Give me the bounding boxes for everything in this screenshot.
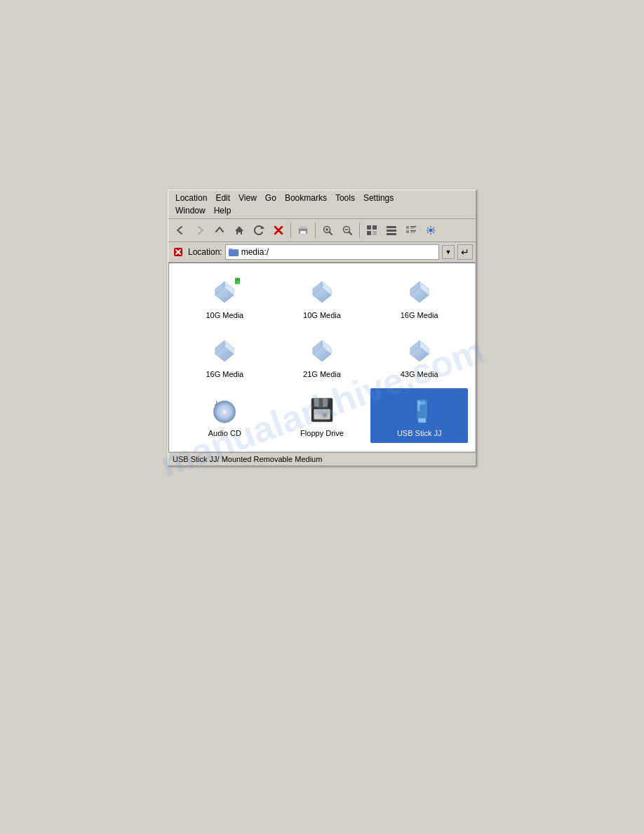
svg-line-11 [349,232,352,235]
svg-rect-69 [418,418,426,423]
file-icon-10g-media-2 [305,275,339,309]
toolbar-separator-3 [359,223,360,238]
file-icon-43g-media [403,334,436,368]
file-icon-floppy [305,393,339,427]
file-label-16g-media-2: 16G Media [203,369,246,379]
toolbar-separator-1 [290,223,291,238]
svg-rect-4 [300,226,306,229]
file-item-usb-stick[interactable]: USB Stick JJ [370,388,468,443]
svg-rect-17 [387,226,396,228]
icon-view-button[interactable] [363,221,381,239]
svg-rect-18 [387,230,396,232]
file-manager-window: Location Edit View Go Bookmarks Tools Se… [168,190,476,466]
menubar-row1: Location Edit View Go Bookmarks Tools Se… [171,192,473,204]
statusbar: USB Stick JJ/ Mounted Removable Medium [168,452,476,465]
svg-rect-22 [410,228,415,229]
svg-rect-16 [373,231,377,235]
location-go-button[interactable]: ↵ [457,244,473,260]
svg-point-26 [429,229,433,232]
zoom-in-button[interactable] [318,221,337,239]
file-icon-usb-stick [403,393,436,427]
file-label-usb-stick: USB Stick JJ [394,428,445,438]
svg-text:♪: ♪ [214,398,218,408]
location-label: Location: [188,247,222,257]
location-input[interactable] [241,247,436,257]
toolbar-separator-2 [315,223,316,238]
file-item-10g-media-2[interactable]: 10G Media [274,270,371,325]
file-label-21g-media: 21G Media [300,369,344,379]
menu-bookmarks[interactable]: Bookmarks [281,192,331,204]
svg-rect-15 [367,231,371,235]
svg-rect-14 [373,225,377,230]
file-item-43g-media[interactable]: 43G Media [370,329,468,384]
svg-rect-62 [319,398,323,406]
file-area: → 10G Media 10G Media [168,263,476,452]
list-view-button[interactable] [382,221,401,239]
print-button[interactable] [294,221,312,239]
location-stop-icon[interactable] [171,245,185,259]
menu-window[interactable]: Window [171,204,210,217]
menu-view[interactable]: View [234,192,261,204]
location-dropdown-button[interactable]: ▼ [442,245,455,259]
menu-tools[interactable]: Tools [331,192,359,204]
svg-line-7 [330,232,333,235]
file-label-audio-cd: Audio CD [206,428,244,438]
menu-edit[interactable]: Edit [211,192,234,204]
file-item-21g-media[interactable]: 21G Media [274,329,371,384]
detail-view-button[interactable] [402,221,420,239]
forward-button[interactable] [191,221,209,239]
file-icon-16g-media-1 [403,275,436,309]
svg-rect-20 [406,226,409,229]
file-item-16g-media-1[interactable]: 16G Media [370,270,468,325]
up-button[interactable] [210,221,229,239]
file-icon-21g-media [305,334,339,368]
svg-point-58 [222,409,227,414]
svg-rect-23 [406,230,409,233]
file-icon-16g-media-2 [208,334,241,368]
zoom-out-button[interactable] [338,221,356,239]
home-button[interactable] [230,221,248,239]
locationbar: Location: ▼ ↵ [168,242,476,263]
file-icon-10g-media-1: → [208,275,241,309]
svg-rect-19 [387,233,396,235]
file-label-10g-media-2: 10G Media [300,310,344,320]
file-item-10g-media-1[interactable]: → 10G Media [176,270,274,325]
file-label-16g-media-1: 16G Media [398,310,441,320]
menu-settings[interactable]: Settings [359,192,398,204]
svg-rect-24 [410,230,416,232]
file-label-10g-media-1: 10G Media [203,310,246,320]
svg-rect-13 [367,225,371,230]
file-item-floppy[interactable]: Floppy Drive [274,388,371,443]
status-text: USB Stick JJ/ Mounted Removable Medium [173,455,322,463]
location-input-container [225,244,439,260]
stop-button[interactable] [269,221,288,239]
menu-go[interactable]: Go [261,192,281,204]
svg-point-66 [324,414,326,416]
back-button[interactable] [171,221,189,239]
svg-rect-21 [410,226,416,227]
menubar-row2: Window Help [171,204,473,217]
location-folder-icon [229,247,239,257]
svg-text:→: → [235,279,240,285]
svg-rect-30 [229,249,239,256]
file-icon-audio-cd: ♪ [208,393,241,427]
file-label-43g-media: 43G Media [398,369,441,379]
menu-help[interactable]: Help [210,204,236,217]
svg-rect-5 [300,231,306,234]
menu-location[interactable]: Location [171,192,211,204]
reload-button[interactable] [250,221,268,239]
toolbar [168,219,476,242]
svg-rect-70 [417,400,420,411]
file-item-audio-cd[interactable]: ♪ Audio CD [176,388,274,443]
file-item-16g-media-2[interactable]: 16G Media [176,329,274,384]
svg-rect-25 [410,232,415,233]
file-label-floppy: Floppy Drive [297,428,347,438]
config-button[interactable] [422,221,440,239]
menubar: Location Edit View Go Bookmarks Tools Se… [168,190,476,219]
